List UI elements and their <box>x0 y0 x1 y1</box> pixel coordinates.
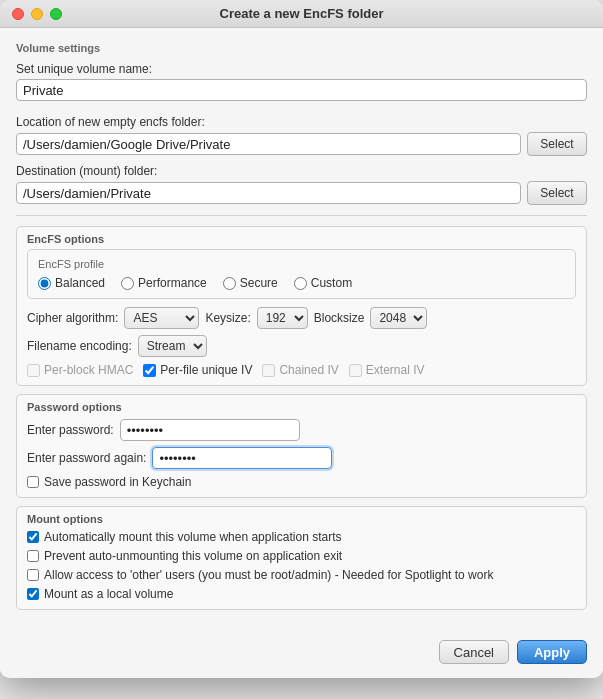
allow-other-users-label: Allow access to 'other' users (you must … <box>44 568 493 582</box>
bottom-bar: Cancel Apply <box>0 632 603 678</box>
radio-secure-label: Secure <box>240 276 278 290</box>
enter-password-again-label: Enter password again: <box>27 451 146 465</box>
checkbox-chained-iv[interactable]: Chained IV <box>262 363 338 377</box>
volume-settings-label: Volume settings <box>16 42 587 54</box>
radio-secure[interactable]: Secure <box>223 276 278 290</box>
radio-balanced-input[interactable] <box>38 277 51 290</box>
blocksize-select[interactable]: 1024 2048 4096 <box>370 307 427 329</box>
cipher-label: Cipher algorithm: <box>27 311 118 325</box>
destination-folder-input[interactable] <box>16 182 521 204</box>
per-block-hmac-input[interactable] <box>27 364 40 377</box>
radio-balanced[interactable]: Balanced <box>38 276 105 290</box>
password-options-section: Password options Enter password: Enter p… <box>16 394 587 498</box>
window-title: Create a new EncFS folder <box>220 6 384 21</box>
keysize-select[interactable]: 128 192 256 <box>257 307 308 329</box>
checkbox-per-file-iv[interactable]: Per-file unique IV <box>143 363 252 377</box>
password-input[interactable] <box>120 419 300 441</box>
volume-name-label: Set unique volume name: <box>16 62 587 76</box>
mount-option-3[interactable]: Allow access to 'other' users (you must … <box>27 568 576 582</box>
profile-radio-row: Balanced Performance Secure Custom <box>38 276 565 290</box>
filename-encoding-select[interactable]: Stream Block Null <box>138 335 207 357</box>
close-button[interactable] <box>12 8 24 20</box>
external-iv-label: External IV <box>366 363 425 377</box>
encfs-options-section: EncFS options EncFS profile Balanced Per… <box>16 226 587 386</box>
content-area: Volume settings Set unique volume name: … <box>0 28 603 632</box>
radio-performance-input[interactable] <box>121 277 134 290</box>
mount-options-label: Mount options <box>27 513 576 525</box>
select-encfs-folder-button[interactable]: Select <box>527 132 587 156</box>
radio-performance-label: Performance <box>138 276 207 290</box>
enter-password-label: Enter password: <box>27 423 114 437</box>
local-volume-label: Mount as a local volume <box>44 587 173 601</box>
chained-iv-label: Chained IV <box>279 363 338 377</box>
mount-option-4[interactable]: Mount as a local volume <box>27 587 576 601</box>
mount-options-section: Mount options Automatically mount this v… <box>16 506 587 610</box>
checkbox-external-iv[interactable]: External IV <box>349 363 425 377</box>
save-keychain-row[interactable]: Save password in Keychain <box>27 475 576 489</box>
per-file-iv-label: Per-file unique IV <box>160 363 252 377</box>
keysize-label: Keysize: <box>205 311 250 325</box>
main-window: Create a new EncFS folder Volume setting… <box>0 0 603 678</box>
allow-other-users-checkbox[interactable] <box>27 569 39 581</box>
chained-iv-input[interactable] <box>262 364 275 377</box>
volume-name-input[interactable] <box>16 79 587 101</box>
radio-balanced-label: Balanced <box>55 276 105 290</box>
per-file-iv-input[interactable] <box>143 364 156 377</box>
external-iv-input[interactable] <box>349 364 362 377</box>
window-controls <box>12 8 62 20</box>
encfs-options-label: EncFS options <box>27 233 576 245</box>
save-keychain-checkbox[interactable] <box>27 476 39 488</box>
volume-settings-section: Volume settings Set unique volume name: … <box>16 42 587 205</box>
encfs-folder-label: Location of new empty encfs folder: <box>16 115 587 129</box>
profile-section-label: EncFS profile <box>38 258 565 270</box>
cancel-button[interactable]: Cancel <box>439 640 509 664</box>
radio-custom-input[interactable] <box>294 277 307 290</box>
blocksize-label: Blocksize <box>314 311 365 325</box>
radio-secure-input[interactable] <box>223 277 236 290</box>
encfs-folder-input[interactable] <box>16 133 521 155</box>
per-block-hmac-label: Per-block HMAC <box>44 363 133 377</box>
auto-mount-checkbox[interactable] <box>27 531 39 543</box>
filename-encoding-label: Filename encoding: <box>27 339 132 353</box>
password-options-label: Password options <box>27 401 576 413</box>
apply-button[interactable]: Apply <box>517 640 587 664</box>
destination-folder-row: Select <box>16 181 587 205</box>
filename-encoding-row: Filename encoding: Stream Block Null <box>27 335 576 357</box>
radio-custom[interactable]: Custom <box>294 276 352 290</box>
local-volume-checkbox[interactable] <box>27 588 39 600</box>
prevent-unmount-label: Prevent auto-unmounting this volume on a… <box>44 549 342 563</box>
encfs-folder-row: Select <box>16 132 587 156</box>
checkbox-per-block-hmac[interactable]: Per-block HMAC <box>27 363 133 377</box>
prevent-unmount-checkbox[interactable] <box>27 550 39 562</box>
encfs-profile-section: EncFS profile Balanced Performance Secur… <box>27 249 576 299</box>
auto-mount-label: Automatically mount this volume when app… <box>44 530 341 544</box>
password-confirm-input[interactable] <box>152 447 332 469</box>
mount-option-2[interactable]: Prevent auto-unmounting this volume on a… <box>27 549 576 563</box>
radio-performance[interactable]: Performance <box>121 276 207 290</box>
radio-custom-label: Custom <box>311 276 352 290</box>
cipher-select[interactable]: AES Blowfish <box>124 307 199 329</box>
encfs-checkboxes-row: Per-block HMAC Per-file unique IV Chaine… <box>27 363 576 377</box>
titlebar: Create a new EncFS folder <box>0 0 603 28</box>
save-keychain-label: Save password in Keychain <box>44 475 191 489</box>
select-destination-button[interactable]: Select <box>527 181 587 205</box>
maximize-button[interactable] <box>50 8 62 20</box>
cipher-row: Cipher algorithm: AES Blowfish Keysize: … <box>27 307 576 329</box>
mount-option-1[interactable]: Automatically mount this volume when app… <box>27 530 576 544</box>
enter-password-again-row: Enter password again: <box>27 447 576 469</box>
destination-folder-label: Destination (mount) folder: <box>16 164 587 178</box>
enter-password-row: Enter password: <box>27 419 576 441</box>
minimize-button[interactable] <box>31 8 43 20</box>
